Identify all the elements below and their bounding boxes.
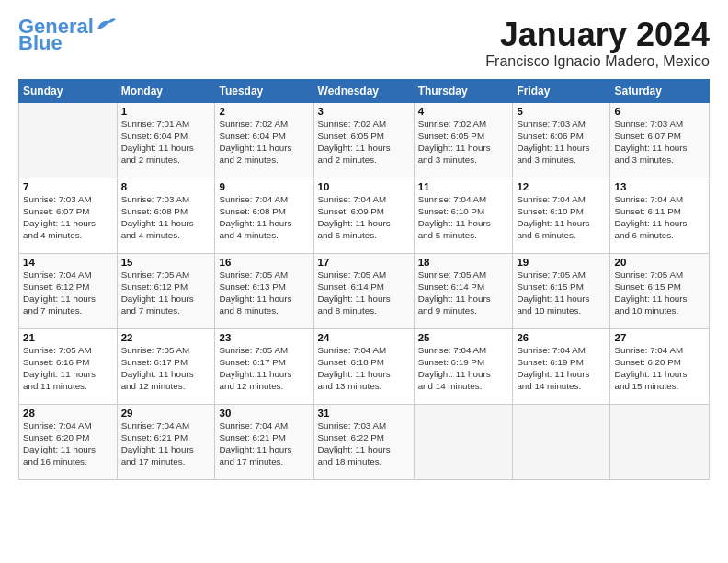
day-number: 8	[121, 181, 211, 192]
cell-3-2: 15Sunrise: 7:05 AMSunset: 6:12 PMDayligh…	[117, 253, 215, 328]
day-number: 9	[219, 181, 309, 192]
day-info: Sunrise: 7:03 AMSunset: 6:22 PMDaylight:…	[318, 419, 410, 468]
day-number: 1	[121, 106, 211, 117]
day-info: Sunrise: 7:05 AMSunset: 6:15 PMDaylight:…	[517, 269, 606, 317]
day-number: 23	[219, 332, 309, 343]
day-number: 13	[614, 181, 705, 192]
day-number: 19	[517, 257, 606, 268]
day-info: Sunrise: 7:04 AMSunset: 6:21 PMDaylight:…	[219, 419, 309, 468]
day-info: Sunrise: 7:04 AMSunset: 6:19 PMDaylight:…	[418, 344, 509, 393]
day-info: Sunrise: 7:03 AMSunset: 6:07 PMDaylight:…	[23, 193, 113, 242]
logo-bird-icon	[96, 16, 116, 32]
day-number: 30	[219, 408, 309, 419]
cell-5-5	[414, 404, 513, 479]
cell-3-7: 20Sunrise: 7:05 AMSunset: 6:15 PMDayligh…	[610, 253, 710, 328]
cell-4-5: 25Sunrise: 7:04 AMSunset: 6:19 PMDayligh…	[414, 328, 513, 404]
cell-5-7	[610, 404, 710, 479]
day-number: 14	[23, 257, 113, 268]
day-number: 24	[318, 332, 410, 343]
header: General Blue January 2024 Francisco Igna…	[18, 17, 710, 70]
cell-2-1: 7Sunrise: 7:03 AMSunset: 6:07 PMDaylight…	[19, 178, 118, 253]
day-info: Sunrise: 7:05 AMSunset: 6:12 PMDaylight:…	[121, 269, 211, 317]
day-number: 27	[614, 332, 705, 343]
day-number: 12	[517, 181, 606, 192]
col-header-monday: Monday	[117, 79, 215, 102]
day-number: 2	[219, 106, 309, 117]
cell-1-6: 5Sunrise: 7:03 AMSunset: 6:06 PMDaylight…	[513, 102, 610, 178]
cell-2-7: 13Sunrise: 7:04 AMSunset: 6:11 PMDayligh…	[610, 178, 710, 253]
col-header-saturday: Saturday	[610, 79, 710, 102]
day-info: Sunrise: 7:05 AMSunset: 6:16 PMDaylight:…	[23, 344, 113, 393]
calendar-subtitle: Francisco Ignacio Madero, Mexico	[485, 53, 710, 70]
day-info: Sunrise: 7:04 AMSunset: 6:12 PMDaylight:…	[23, 269, 113, 317]
col-header-sunday: Sunday	[19, 79, 118, 102]
day-number: 25	[418, 332, 509, 343]
cell-4-6: 26Sunrise: 7:04 AMSunset: 6:19 PMDayligh…	[513, 328, 610, 404]
day-number: 5	[517, 106, 606, 117]
logo: General Blue	[18, 17, 116, 53]
day-number: 20	[614, 257, 705, 268]
day-number: 10	[318, 181, 410, 192]
day-number: 31	[318, 408, 410, 419]
week-row-3: 14Sunrise: 7:04 AMSunset: 6:12 PMDayligh…	[19, 253, 710, 328]
cell-3-4: 17Sunrise: 7:05 AMSunset: 6:14 PMDayligh…	[313, 253, 414, 328]
day-info: Sunrise: 7:02 AMSunset: 6:04 PMDaylight:…	[219, 118, 309, 167]
page: General Blue January 2024 Francisco Igna…	[0, 0, 728, 489]
cell-3-5: 18Sunrise: 7:05 AMSunset: 6:14 PMDayligh…	[414, 253, 513, 328]
cell-4-1: 21Sunrise: 7:05 AMSunset: 6:16 PMDayligh…	[19, 328, 118, 404]
day-info: Sunrise: 7:05 AMSunset: 6:15 PMDaylight:…	[614, 269, 705, 317]
week-row-2: 7Sunrise: 7:03 AMSunset: 6:07 PMDaylight…	[19, 178, 710, 253]
day-info: Sunrise: 7:03 AMSunset: 6:08 PMDaylight:…	[121, 193, 211, 242]
day-number: 16	[219, 257, 309, 268]
cell-3-1: 14Sunrise: 7:04 AMSunset: 6:12 PMDayligh…	[19, 253, 118, 328]
day-info: Sunrise: 7:04 AMSunset: 6:10 PMDaylight:…	[418, 193, 509, 242]
day-number: 4	[418, 106, 509, 117]
cell-1-1	[19, 102, 118, 178]
col-header-friday: Friday	[513, 79, 610, 102]
cell-1-4: 3Sunrise: 7:02 AMSunset: 6:05 PMDaylight…	[313, 102, 414, 178]
cell-1-2: 1Sunrise: 7:01 AMSunset: 6:04 PMDaylight…	[117, 102, 215, 178]
day-info: Sunrise: 7:04 AMSunset: 6:11 PMDaylight:…	[614, 193, 705, 242]
week-row-4: 21Sunrise: 7:05 AMSunset: 6:16 PMDayligh…	[19, 328, 710, 404]
day-number: 17	[318, 257, 410, 268]
day-number: 7	[23, 181, 113, 192]
cell-2-6: 12Sunrise: 7:04 AMSunset: 6:10 PMDayligh…	[513, 178, 610, 253]
calendar-table: SundayMondayTuesdayWednesdayThursdayFrid…	[18, 79, 710, 480]
cell-2-3: 9Sunrise: 7:04 AMSunset: 6:08 PMDaylight…	[215, 178, 313, 253]
logo-blue: Blue	[18, 33, 63, 53]
cell-2-5: 11Sunrise: 7:04 AMSunset: 6:10 PMDayligh…	[414, 178, 513, 253]
day-info: Sunrise: 7:03 AMSunset: 6:06 PMDaylight:…	[517, 118, 606, 167]
title-block: January 2024 Francisco Ignacio Madero, M…	[485, 17, 710, 70]
day-number: 26	[517, 332, 606, 343]
day-number: 6	[614, 106, 705, 117]
day-number: 18	[418, 257, 509, 268]
day-info: Sunrise: 7:05 AMSunset: 6:13 PMDaylight:…	[219, 269, 309, 317]
day-info: Sunrise: 7:01 AMSunset: 6:04 PMDaylight:…	[121, 118, 211, 167]
cell-2-4: 10Sunrise: 7:04 AMSunset: 6:09 PMDayligh…	[313, 178, 414, 253]
day-info: Sunrise: 7:04 AMSunset: 6:20 PMDaylight:…	[614, 344, 705, 393]
day-number: 3	[318, 106, 410, 117]
week-row-5: 28Sunrise: 7:04 AMSunset: 6:20 PMDayligh…	[19, 404, 710, 479]
day-info: Sunrise: 7:02 AMSunset: 6:05 PMDaylight:…	[418, 118, 509, 167]
day-info: Sunrise: 7:05 AMSunset: 6:17 PMDaylight:…	[219, 344, 309, 393]
day-info: Sunrise: 7:04 AMSunset: 6:09 PMDaylight:…	[318, 193, 410, 242]
day-info: Sunrise: 7:04 AMSunset: 6:19 PMDaylight:…	[517, 344, 606, 393]
header-row: SundayMondayTuesdayWednesdayThursdayFrid…	[19, 79, 710, 102]
calendar-title: January 2024	[485, 17, 710, 53]
day-number: 15	[121, 257, 211, 268]
day-info: Sunrise: 7:04 AMSunset: 6:20 PMDaylight:…	[23, 419, 113, 468]
day-info: Sunrise: 7:05 AMSunset: 6:14 PMDaylight:…	[318, 269, 410, 317]
day-info: Sunrise: 7:05 AMSunset: 6:17 PMDaylight:…	[121, 344, 211, 393]
col-header-thursday: Thursday	[414, 79, 513, 102]
cell-3-3: 16Sunrise: 7:05 AMSunset: 6:13 PMDayligh…	[215, 253, 313, 328]
cell-4-7: 27Sunrise: 7:04 AMSunset: 6:20 PMDayligh…	[610, 328, 710, 404]
day-info: Sunrise: 7:04 AMSunset: 6:08 PMDaylight:…	[219, 193, 309, 242]
cell-4-4: 24Sunrise: 7:04 AMSunset: 6:18 PMDayligh…	[313, 328, 414, 404]
day-info: Sunrise: 7:05 AMSunset: 6:14 PMDaylight:…	[418, 269, 509, 317]
col-header-wednesday: Wednesday	[313, 79, 414, 102]
day-info: Sunrise: 7:02 AMSunset: 6:05 PMDaylight:…	[318, 118, 410, 167]
col-header-tuesday: Tuesday	[215, 79, 313, 102]
cell-4-3: 23Sunrise: 7:05 AMSunset: 6:17 PMDayligh…	[215, 328, 313, 404]
cell-1-7: 6Sunrise: 7:03 AMSunset: 6:07 PMDaylight…	[610, 102, 710, 178]
day-info: Sunrise: 7:04 AMSunset: 6:21 PMDaylight:…	[121, 419, 211, 468]
